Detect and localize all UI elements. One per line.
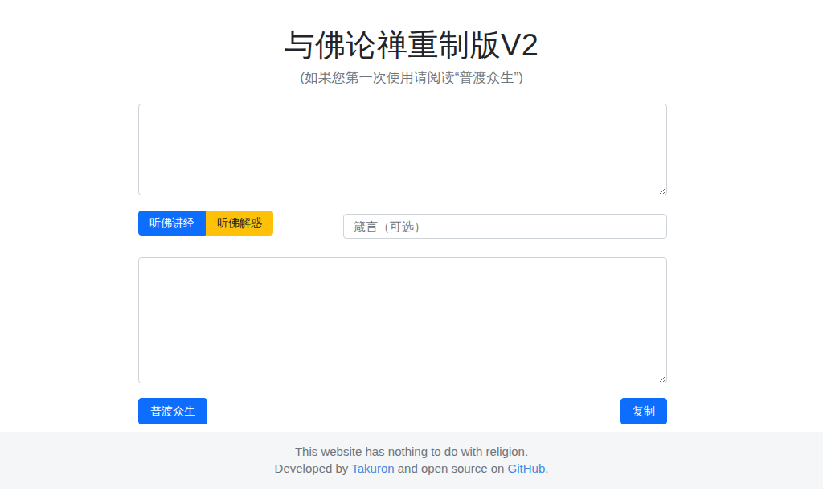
page-footer: This website has nothing to do with reli…	[0, 432, 823, 489]
page-header: 与佛论禅重制版V2 (如果您第一次使用请阅读“普渡众生”)	[0, 0, 823, 87]
copy-button[interactable]: 复制	[620, 398, 667, 424]
mode-encode-button[interactable]: 听佛讲经	[138, 211, 206, 236]
footer-credits-suffix: .	[545, 461, 548, 475]
proverb-input[interactable]	[343, 214, 667, 239]
bottom-row: 普渡众生 复制	[138, 398, 667, 424]
author-link[interactable]: Takuron	[351, 461, 394, 475]
mode-button-group: 听佛讲经 听佛解惑	[138, 211, 273, 236]
footer-credits-middle: and open source on	[395, 461, 508, 475]
result-text-textarea[interactable]	[138, 257, 667, 383]
page-title: 与佛论禅重制版V2	[0, 27, 823, 64]
page-subtitle: (如果您第一次使用请阅读“普渡众生”)	[0, 68, 823, 87]
footer-credits-prefix: Developed by	[275, 461, 352, 475]
github-link[interactable]: GitHub	[508, 461, 546, 475]
footer-credits: Developed by Takuron and open source on …	[0, 460, 823, 477]
mode-decode-button[interactable]: 听佛解惑	[206, 211, 273, 236]
primary-action-button[interactable]: 普渡众生	[138, 398, 207, 424]
source-text-textarea[interactable]	[138, 104, 667, 195]
main-content: 听佛讲经 听佛解惑 普渡众生 复制	[138, 104, 667, 424]
footer-disclaimer: This website has nothing to do with reli…	[0, 443, 823, 460]
controls-row: 听佛讲经 听佛解惑	[138, 211, 667, 239]
